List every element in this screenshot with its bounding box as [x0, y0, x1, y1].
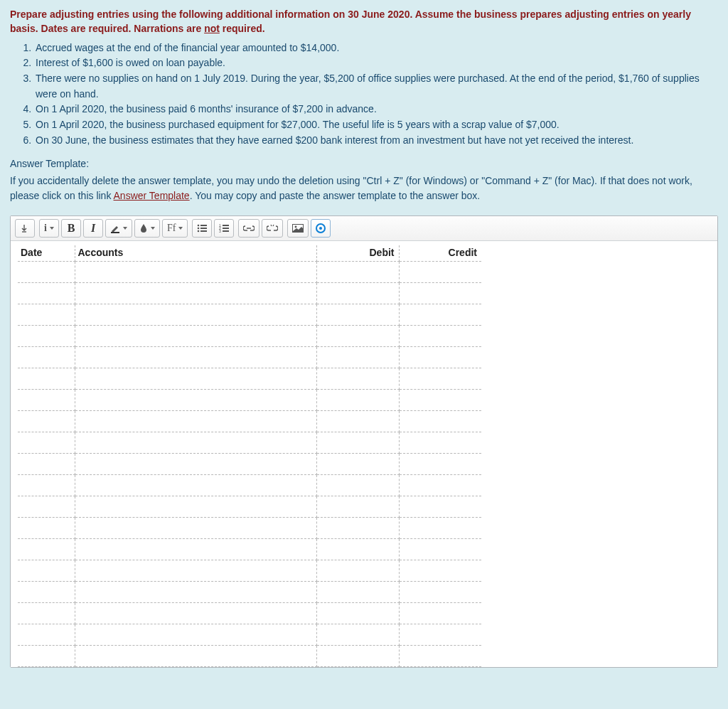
table-row[interactable]	[18, 603, 481, 624]
remove-link-button[interactable]	[262, 219, 283, 238]
table-cell[interactable]	[399, 624, 481, 646]
table-cell[interactable]	[399, 347, 481, 368]
table-cell[interactable]	[75, 304, 316, 326]
table-cell[interactable]	[18, 262, 75, 283]
table-cell[interactable]	[316, 496, 399, 518]
table-row[interactable]	[18, 262, 481, 283]
table-cell[interactable]	[18, 518, 75, 539]
table-cell[interactable]	[75, 603, 316, 624]
table-cell[interactable]	[316, 347, 399, 368]
table-row[interactable]	[18, 646, 481, 667]
record-button[interactable]	[311, 219, 331, 238]
table-cell[interactable]	[75, 496, 316, 518]
background-color-dropdown[interactable]	[134, 219, 160, 238]
table-cell[interactable]	[18, 368, 75, 390]
font-family-dropdown[interactable]: Ff	[162, 219, 188, 238]
table-cell[interactable]	[316, 603, 399, 624]
table-cell[interactable]	[399, 304, 481, 326]
text-color-dropdown[interactable]	[105, 219, 132, 238]
table-row[interactable]	[18, 347, 481, 368]
table-cell[interactable]	[18, 496, 75, 518]
table-cell[interactable]	[18, 432, 75, 454]
table-cell[interactable]	[18, 475, 75, 496]
table-row[interactable]	[18, 518, 481, 539]
table-row[interactable]	[18, 582, 481, 603]
ordered-list-button[interactable]: 1 2 3	[214, 219, 234, 238]
table-cell[interactable]	[75, 390, 316, 411]
table-cell[interactable]	[18, 347, 75, 368]
table-row[interactable]	[18, 411, 481, 432]
table-cell[interactable]	[75, 368, 316, 390]
table-row[interactable]	[18, 432, 481, 454]
table-cell[interactable]	[75, 454, 316, 475]
table-cell[interactable]	[75, 262, 316, 283]
table-row[interactable]	[18, 539, 481, 560]
table-row[interactable]	[18, 390, 481, 411]
table-cell[interactable]	[75, 624, 316, 646]
table-cell[interactable]	[18, 582, 75, 603]
table-cell[interactable]	[399, 518, 481, 539]
table-cell[interactable]	[399, 432, 481, 454]
table-cell[interactable]	[399, 582, 481, 603]
table-cell[interactable]	[399, 646, 481, 667]
style-dropdown[interactable]: i	[39, 219, 59, 238]
table-cell[interactable]	[399, 262, 481, 283]
table-cell[interactable]	[316, 432, 399, 454]
table-cell[interactable]	[75, 283, 316, 304]
table-cell[interactable]	[399, 496, 481, 518]
table-cell[interactable]	[399, 326, 481, 347]
table-row[interactable]	[18, 304, 481, 326]
table-cell[interactable]	[18, 560, 75, 582]
table-cell[interactable]	[316, 454, 399, 475]
table-cell[interactable]	[75, 432, 316, 454]
table-cell[interactable]	[75, 518, 316, 539]
insert-link-button[interactable]	[238, 219, 259, 238]
table-cell[interactable]	[399, 368, 481, 390]
table-row[interactable]	[18, 624, 481, 646]
table-cell[interactable]	[316, 390, 399, 411]
table-row[interactable]	[18, 454, 481, 475]
table-cell[interactable]	[399, 539, 481, 560]
table-cell[interactable]	[399, 475, 481, 496]
editor-content-area[interactable]: Date Accounts Debit Credit	[11, 241, 717, 667]
insert-image-button[interactable]	[287, 219, 309, 238]
table-cell[interactable]	[18, 326, 75, 347]
table-cell[interactable]	[75, 475, 316, 496]
table-cell[interactable]	[18, 603, 75, 624]
answer-table-body[interactable]	[18, 262, 481, 667]
table-cell[interactable]	[399, 560, 481, 582]
table-cell[interactable]	[316, 304, 399, 326]
table-cell[interactable]	[75, 326, 316, 347]
table-cell[interactable]	[18, 624, 75, 646]
table-cell[interactable]	[316, 475, 399, 496]
bold-button[interactable]: B	[61, 219, 81, 238]
table-cell[interactable]	[75, 539, 316, 560]
table-row[interactable]	[18, 496, 481, 518]
answer-template-link[interactable]: Answer Template	[114, 190, 190, 201]
table-cell[interactable]	[18, 390, 75, 411]
table-cell[interactable]	[316, 646, 399, 667]
table-cell[interactable]	[399, 390, 481, 411]
answer-table[interactable]: Date Accounts Debit Credit	[18, 245, 481, 667]
table-cell[interactable]	[316, 368, 399, 390]
table-row[interactable]	[18, 326, 481, 347]
table-cell[interactable]	[316, 326, 399, 347]
table-cell[interactable]	[18, 454, 75, 475]
table-cell[interactable]	[75, 347, 316, 368]
table-cell[interactable]	[75, 560, 316, 582]
table-cell[interactable]	[316, 582, 399, 603]
table-cell[interactable]	[316, 539, 399, 560]
table-row[interactable]	[18, 283, 481, 304]
table-row[interactable]	[18, 560, 481, 582]
table-cell[interactable]	[399, 603, 481, 624]
unordered-list-button[interactable]	[192, 219, 212, 238]
table-cell[interactable]	[75, 646, 316, 667]
code-view-button[interactable]	[15, 219, 35, 238]
table-cell[interactable]	[399, 454, 481, 475]
table-cell[interactable]	[316, 560, 399, 582]
table-cell[interactable]	[75, 411, 316, 432]
table-cell[interactable]	[316, 518, 399, 539]
table-cell[interactable]	[399, 411, 481, 432]
table-row[interactable]	[18, 368, 481, 390]
table-cell[interactable]	[316, 262, 399, 283]
